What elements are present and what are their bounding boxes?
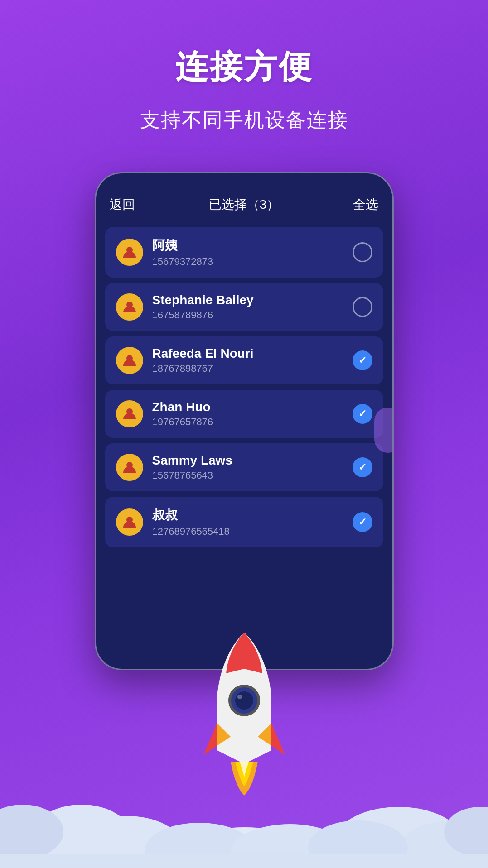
contact-info: 阿姨 15679372873 — [152, 237, 343, 268]
check-icon: ✓ — [358, 516, 367, 528]
rocket-decoration — [194, 623, 294, 796]
avatar — [116, 293, 143, 321]
contact-checkbox[interactable] — [353, 297, 372, 317]
list-item[interactable]: Zhan Huo 19767657876 ✓ — [105, 390, 383, 438]
contact-checkbox[interactable]: ✓ — [353, 512, 372, 532]
avatar — [116, 454, 143, 481]
contact-name: Sammy Laws — [152, 453, 343, 468]
contact-info: Sammy Laws 15678765643 — [152, 453, 343, 481]
phone-frame: 返回 已选择（3） 全选 阿姨 15679372873 — [95, 172, 394, 670]
contact-name: Zhan Huo — [152, 400, 343, 414]
contact-checkbox[interactable]: ✓ — [353, 404, 372, 424]
decorative-shape — [374, 408, 394, 453]
avatar — [116, 239, 143, 266]
contact-name: Rafeeda El Nouri — [152, 346, 343, 361]
contact-phone: 19767657876 — [152, 416, 343, 428]
contact-phone: 16758789876 — [152, 309, 343, 321]
list-item[interactable]: 阿姨 15679372873 — [105, 227, 383, 278]
hero-title: 连接方便 — [0, 0, 488, 89]
contact-name: 叔叔 — [152, 507, 343, 524]
phone-mockup: 返回 已选择（3） 全选 阿姨 15679372873 — [95, 172, 394, 670]
contact-info: Rafeeda El Nouri 18767898767 — [152, 346, 343, 374]
contact-phone: 15679372873 — [152, 256, 343, 268]
list-item[interactable]: Sammy Laws 15678765643 ✓ — [105, 443, 383, 491]
list-item[interactable]: Stephanie Bailey 16758789876 — [105, 283, 383, 331]
hero-subtitle: 支持不同手机设备连接 — [0, 107, 488, 134]
contact-phone: 15678765643 — [152, 470, 343, 481]
contact-checkbox[interactable]: ✓ — [353, 457, 372, 477]
contact-name: Stephanie Bailey — [152, 293, 343, 307]
avatar — [116, 400, 143, 427]
contact-list: 阿姨 15679372873 Stephanie Bailey 16758789… — [96, 227, 392, 547]
contact-name: 阿姨 — [152, 237, 343, 254]
check-icon: ✓ — [358, 355, 367, 366]
avatar — [116, 508, 143, 536]
selected-count-title: 已选择（3） — [209, 196, 280, 213]
contact-checkbox[interactable] — [353, 242, 372, 262]
svg-point-19 — [235, 691, 253, 710]
list-item[interactable]: 叔叔 12768976565418 ✓ — [105, 497, 383, 547]
list-item[interactable]: Rafeeda El Nouri 18767898767 ✓ — [105, 336, 383, 384]
contact-phone: 12768976565418 — [152, 526, 343, 537]
contact-checkbox[interactable]: ✓ — [353, 350, 372, 370]
check-icon: ✓ — [358, 461, 367, 473]
contact-info: Stephanie Bailey 16758789876 — [152, 293, 343, 321]
svg-point-20 — [237, 695, 242, 699]
check-icon: ✓ — [358, 408, 367, 420]
svg-rect-17 — [0, 854, 488, 868]
contact-info: 叔叔 12768976565418 — [152, 507, 343, 537]
select-all-button[interactable]: 全选 — [353, 196, 378, 213]
back-button[interactable]: 返回 — [110, 196, 135, 213]
phone-header: 返回 已选择（3） 全选 — [96, 173, 392, 227]
contact-phone: 18767898767 — [152, 363, 343, 374]
contact-info: Zhan Huo 19767657876 — [152, 400, 343, 428]
avatar — [116, 347, 143, 374]
